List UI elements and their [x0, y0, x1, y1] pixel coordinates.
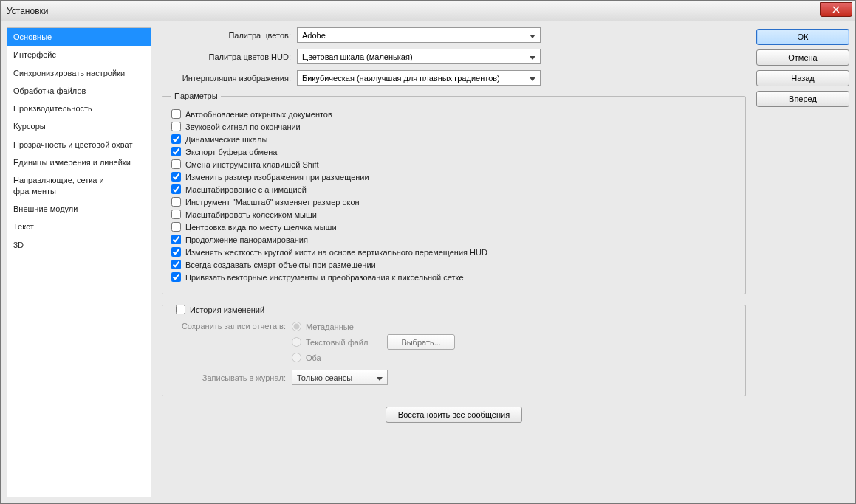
- option-label: Экспорт буфера обмена: [185, 148, 277, 156]
- row-interpolation: Интерполяция изображения: Бикубическая (…: [162, 70, 746, 86]
- sidebar-item[interactable]: 3D: [7, 236, 151, 254]
- option-row[interactable]: Изменять жесткость круглой кисти на осно…: [171, 246, 736, 258]
- history-radio-label: Оба: [306, 353, 321, 362]
- history-radio-row: Оба: [292, 353, 455, 362]
- option-row[interactable]: Автообновление открытых документов: [171, 108, 736, 120]
- option-label: Изменить размер изображения при размещен…: [185, 173, 369, 182]
- select-interpolation[interactable]: Бикубическая (наилучшая для плавных град…: [297, 70, 541, 86]
- history-legend-label: История изменений: [190, 305, 264, 314]
- forward-button[interactable]: Вперед: [756, 91, 849, 107]
- option-row[interactable]: Динамические шкалы: [171, 133, 736, 145]
- option-checkbox[interactable]: [171, 134, 181, 144]
- reset-row: Восстановить все сообщения: [162, 402, 746, 423]
- option-label: Всегда создавать смарт-объекты при разме…: [185, 260, 376, 269]
- sidebar-item[interactable]: Основные: [7, 28, 151, 46]
- option-checkbox[interactable]: [171, 147, 181, 156]
- sidebar-item[interactable]: Курсоры: [7, 117, 151, 135]
- option-label: Центровка вида по месту щелчка мыши: [185, 223, 337, 232]
- sidebar-item[interactable]: Интерфейс: [7, 46, 151, 63]
- row-hud-picker: Палитра цветов HUD: Цветовая шкала (мале…: [162, 49, 746, 64]
- option-label: Продолжение панорамирования: [185, 235, 308, 244]
- option-row[interactable]: Изменить размер изображения при размещен…: [171, 170, 736, 183]
- option-row[interactable]: Центровка вида по месту щелчка мыши: [171, 221, 736, 233]
- option-checkbox[interactable]: [171, 210, 181, 219]
- history-journal-label: Записывать в журнал:: [171, 373, 286, 382]
- option-label: Привязать векторные инструменты и преобр…: [185, 273, 464, 282]
- select-journal[interactable]: Только сеансы: [292, 370, 388, 385]
- sidebar-item[interactable]: Производительность: [7, 100, 151, 117]
- option-label: Масштабировать колесиком мыши: [185, 210, 317, 219]
- dialog-buttons: ОК Отмена Назад Вперед: [756, 27, 849, 497]
- option-row[interactable]: Звуковой сигнал по окончании: [171, 120, 736, 133]
- option-row[interactable]: Привязать векторные инструменты и преобр…: [171, 271, 736, 283]
- close-icon: [832, 6, 840, 13]
- history-radio[interactable]: [292, 353, 301, 362]
- option-checkbox[interactable]: [171, 172, 181, 182]
- history-radio-row: Текстовый файлВыбрать...: [292, 334, 455, 350]
- history-fieldset: История изменений Сохранить записи отчет…: [162, 300, 746, 396]
- history-save-row: Сохранить записи отчета в: МетаданныеТек…: [171, 322, 736, 362]
- ok-button[interactable]: ОК: [756, 29, 849, 45]
- sidebar-item[interactable]: Синхронизировать настройки: [7, 64, 151, 82]
- option-checkbox[interactable]: [171, 235, 181, 244]
- options-fieldset: Параметры Автообновление открытых докуме…: [162, 92, 746, 294]
- option-checkbox[interactable]: [171, 272, 181, 282]
- history-enable-row: История изменений: [176, 303, 736, 316]
- sidebar-item[interactable]: Прозрачность и цветовой охват: [7, 136, 151, 153]
- label-interpolation: Интерполяция изображения:: [162, 74, 291, 83]
- back-button[interactable]: Назад: [756, 70, 849, 86]
- main-panel: Палитра цветов: Adobe Палитра цветов HUD…: [157, 27, 750, 497]
- option-label: Динамические шкалы: [185, 135, 267, 144]
- reset-warnings-button[interactable]: Восстановить все сообщения: [386, 407, 522, 423]
- option-checkbox[interactable]: [171, 197, 181, 207]
- history-journal-row: Записывать в журнал: Только сеансы: [171, 370, 736, 385]
- sidebar-item[interactable]: Внешние модули: [7, 200, 151, 218]
- option-label: Автообновление открытых документов: [185, 110, 332, 119]
- cancel-button[interactable]: Отмена: [756, 49, 849, 66]
- history-radio[interactable]: [292, 322, 301, 331]
- option-row[interactable]: Инструмент "Масштаб" изменяет размер око…: [171, 196, 736, 208]
- history-radio-row: Метаданные: [292, 322, 455, 331]
- select-color-picker[interactable]: Adobe: [297, 27, 541, 43]
- dialog-body: ОсновныеИнтерфейсСинхронизировать настро…: [1, 21, 855, 503]
- option-row[interactable]: Смена инструмента клавишей Shift: [171, 158, 736, 170]
- option-checkbox[interactable]: [171, 222, 181, 232]
- sidebar: ОсновныеИнтерфейсСинхронизировать настро…: [7, 27, 151, 497]
- history-radio-label: Текстовый файл: [306, 338, 368, 347]
- window-title: Установки: [7, 6, 48, 16]
- option-checkbox[interactable]: [171, 159, 181, 169]
- option-label: Изменять жесткость круглой кисти на осно…: [185, 248, 487, 257]
- option-label: Смена инструмента клавишей Shift: [185, 160, 318, 169]
- sidebar-item[interactable]: Текст: [7, 218, 151, 235]
- history-radio-label: Метаданные: [306, 322, 354, 331]
- option-checkbox[interactable]: [171, 122, 181, 131]
- option-row[interactable]: Масштабировать колесиком мыши: [171, 208, 736, 221]
- label-color-picker: Палитра цветов:: [162, 31, 291, 40]
- preferences-window: Установки ОсновныеИнтерфейсСинхронизиров…: [0, 0, 856, 504]
- option-row[interactable]: Всегда создавать смарт-объекты при разме…: [171, 258, 736, 271]
- option-checkbox[interactable]: [171, 260, 181, 269]
- history-save-label: Сохранить записи отчета в:: [171, 322, 286, 331]
- sidebar-item[interactable]: Единицы измерения и линейки: [7, 153, 151, 171]
- titlebar: Установки: [1, 1, 855, 21]
- choose-file-button[interactable]: Выбрать...: [387, 334, 454, 350]
- option-checkbox[interactable]: [171, 247, 181, 257]
- option-checkbox[interactable]: [171, 184, 181, 194]
- option-row[interactable]: Продолжение панорамирования: [171, 233, 736, 246]
- option-row[interactable]: Экспорт буфера обмена: [171, 145, 736, 158]
- option-label: Инструмент "Масштаб" изменяет размер око…: [185, 198, 360, 207]
- row-color-picker: Палитра цветов: Adobe: [162, 27, 746, 43]
- option-row[interactable]: Масштабирование с анимацией: [171, 183, 736, 196]
- history-radio-group: МетаданныеТекстовый файлВыбрать...Оба: [292, 322, 455, 362]
- options-legend: Параметры: [171, 92, 221, 100]
- sidebar-item[interactable]: Обработка файлов: [7, 82, 151, 100]
- label-hud-picker: Палитра цветов HUD:: [162, 52, 291, 61]
- option-label: Масштабирование с анимацией: [185, 185, 307, 194]
- history-radio[interactable]: [292, 337, 301, 347]
- select-hud-picker[interactable]: Цветовая шкала (маленькая): [297, 49, 541, 64]
- option-label: Звуковой сигнал по окончании: [185, 122, 301, 131]
- close-button[interactable]: [820, 2, 852, 17]
- sidebar-item[interactable]: Направляющие, сетка и фрагменты: [7, 171, 151, 200]
- history-enable-checkbox[interactable]: [176, 305, 185, 314]
- option-checkbox[interactable]: [171, 109, 181, 119]
